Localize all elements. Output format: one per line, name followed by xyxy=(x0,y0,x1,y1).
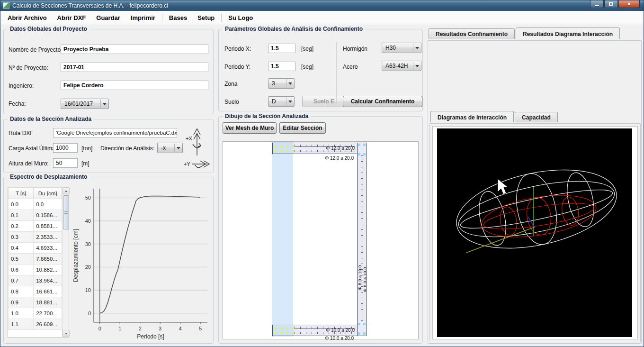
close-button[interactable]: ✕ xyxy=(618,0,640,8)
results-tabs: Resultados Confinamiento Resultados Diag… xyxy=(429,27,621,39)
chevron-down-icon xyxy=(413,44,420,52)
menu-imprimir[interactable]: Imprimir xyxy=(125,11,161,25)
rebar-label-top-2: Φ 12.0 a 20.0 xyxy=(272,155,354,161)
fecha-dropdown[interactable]: 16/01/2017 xyxy=(61,99,109,109)
svg-text:0: 0 xyxy=(88,310,91,316)
table-row[interactable]: 0.10.1586... xyxy=(9,210,62,221)
menu-guardar[interactable]: Guardar xyxy=(91,11,125,25)
suelo-label: Suelo xyxy=(224,99,239,105)
maximize-button[interactable] xyxy=(604,0,618,8)
carga-axial-input[interactable]: 1000 xyxy=(53,143,78,153)
periodo-x-input[interactable]: 1.5 xyxy=(268,44,295,53)
scroll-down-icon[interactable]: ▼ xyxy=(63,330,70,337)
tab-diagramas-interaccion[interactable]: Diagramas de Interacción xyxy=(430,111,514,122)
table-cell: 0.2 xyxy=(9,221,34,232)
scroll-up-icon[interactable]: ▲ xyxy=(63,187,70,194)
tab-resultados-confinamiento[interactable]: Resultados Confinamiento xyxy=(429,28,515,39)
direccion-label: Dirección de Análisis: xyxy=(100,145,154,152)
scrollbar-thumb[interactable] xyxy=(63,195,69,229)
table-cell: 0.9 xyxy=(9,297,34,308)
minimize-icon xyxy=(595,5,599,6)
table-cell: 0.0 xyxy=(9,199,34,210)
interaction-3d-plot[interactable] xyxy=(437,128,632,337)
periodo-y-input[interactable]: 1.5 xyxy=(268,62,295,71)
table-cell: 10.882... xyxy=(34,265,62,275)
calcular-confinamiento-button[interactable]: Calcular Confinamiento xyxy=(343,96,422,107)
app-icon xyxy=(3,2,9,9)
menu-bases[interactable]: Bases xyxy=(164,11,192,25)
window-title: Calculo de Secciones Transversales de H.… xyxy=(12,2,168,9)
menu-setup[interactable]: Setup xyxy=(192,11,220,25)
svg-text:2: 2 xyxy=(139,326,142,331)
suelo-value: D xyxy=(272,98,276,105)
tab-capacidad[interactable]: Capacidad xyxy=(515,112,558,122)
nombre-proyecto-input[interactable]: Proyecto Prueba xyxy=(61,45,208,54)
menu-abrir-archivo[interactable]: Abrir Archivo xyxy=(2,11,52,25)
spectrum-table: T [s] Du [cm] 0.00.00.10.1586...0.20.858… xyxy=(8,187,69,338)
minimize-button[interactable] xyxy=(590,0,604,8)
table-cell: 22.700... xyxy=(34,308,62,319)
ingeniero-input[interactable]: Felipe Cordero xyxy=(61,81,208,90)
table-row[interactable]: 0.00.0 xyxy=(9,199,62,210)
table-cell: 1.1 xyxy=(9,319,34,330)
svg-text:Desplazamiento [cm]: Desplazamiento [cm] xyxy=(72,229,79,282)
altura-muro-input[interactable]: 50 xyxy=(53,158,78,168)
plot-canvas[interactable] xyxy=(437,128,632,337)
suelo-dropdown[interactable]: D xyxy=(268,96,295,107)
svg-text:50: 50 xyxy=(85,195,91,201)
title-bar[interactable]: Calculo de Secciones Transversales de H.… xyxy=(0,0,644,11)
table-row[interactable]: 1.126.609... xyxy=(9,319,62,330)
direccion-dropdown[interactable]: -x xyxy=(157,143,183,153)
section-canvas[interactable]: Φ 12.0 a 20.0 Φ 12.0 a 20.0 Φ 10.0 a 20.… xyxy=(223,141,419,339)
suelo-e-button[interactable]: Suelo E xyxy=(302,96,346,107)
table-header-du[interactable]: Du [cm] xyxy=(34,188,62,199)
numero-proyecto-label: Nº de Proyecto: xyxy=(9,64,48,71)
acero-dropdown[interactable]: A63-42H xyxy=(382,61,421,71)
menu-separator xyxy=(162,14,162,22)
spectrum-chart: 01020304050012345Periodo [s]Desplazamien… xyxy=(71,184,211,341)
ver-mesh-button[interactable]: Ver Mesh de Muro xyxy=(223,122,277,134)
table-cell: 13.964... xyxy=(34,275,62,286)
table-cell: 0.4 xyxy=(9,243,34,254)
table-cell: 0.8581... xyxy=(34,221,62,232)
svg-text:0: 0 xyxy=(98,326,101,331)
hormigon-label: Hormigón xyxy=(343,46,367,52)
zona-dropdown[interactable]: 3 xyxy=(268,78,295,89)
table-row[interactable]: 0.20.8581... xyxy=(9,221,62,232)
acero-label: Acero xyxy=(343,64,358,70)
table-row[interactable]: 0.57.6650... xyxy=(9,254,62,265)
rebar-label-right-a: Φ 8.0 a 10.0 xyxy=(357,245,362,290)
ruta-dxf-input[interactable]: 'Google Drive/ejemplos confinamiento/pru… xyxy=(53,128,177,137)
menu-su-logo[interactable]: Su Logo xyxy=(223,11,258,25)
diagram-pane xyxy=(429,123,641,342)
menu-abrir-dxf[interactable]: Abrir DXF xyxy=(52,11,91,25)
editar-seccion-button[interactable]: Editar Sección xyxy=(279,122,326,134)
table-row[interactable]: 0.32.3533... xyxy=(9,232,62,243)
table-row[interactable]: 0.610.882... xyxy=(9,265,62,275)
group-title: Datos Globales del Proyecto xyxy=(8,26,89,32)
numero-proyecto-input[interactable]: 2017-01 xyxy=(61,63,208,72)
divider xyxy=(336,42,337,105)
axis-x-text: +X xyxy=(186,136,192,141)
table-row[interactable]: 1.022.700... xyxy=(9,308,62,319)
svg-text:1: 1 xyxy=(118,326,121,331)
rebar-label-right-b: Φ 8.0 a 10.0 xyxy=(362,247,367,292)
table-row[interactable]: 0.816.661... xyxy=(9,286,62,297)
table-cell: 0.8 xyxy=(9,286,34,297)
ruta-dxf-label: Ruta DXF xyxy=(9,130,34,137)
table-row[interactable]: 0.44.6933... xyxy=(9,243,62,254)
table-cell: 0.6 xyxy=(9,265,34,275)
chevron-down-icon xyxy=(286,97,294,106)
periodo-y-label: Periodo Y: xyxy=(224,64,250,70)
tab-resultados-diagrama[interactable]: Resultados Diagrama Interacción xyxy=(516,27,620,39)
table-scrollbar[interactable]: ▲ ▼ xyxy=(62,187,69,337)
table-row[interactable]: 0.713.964... xyxy=(9,275,62,286)
hormigon-dropdown[interactable]: H30 xyxy=(382,43,421,53)
table-header-t[interactable]: T [s] xyxy=(9,188,34,199)
chevron-down-icon xyxy=(413,62,420,70)
svg-text:3: 3 xyxy=(159,326,161,331)
mouse-cursor xyxy=(498,179,508,194)
table-cell: 7.6650... xyxy=(34,254,62,265)
group-title: Dibujo de la Sección Analizada xyxy=(223,113,311,119)
table-row[interactable]: 0.918.881... xyxy=(9,297,62,308)
